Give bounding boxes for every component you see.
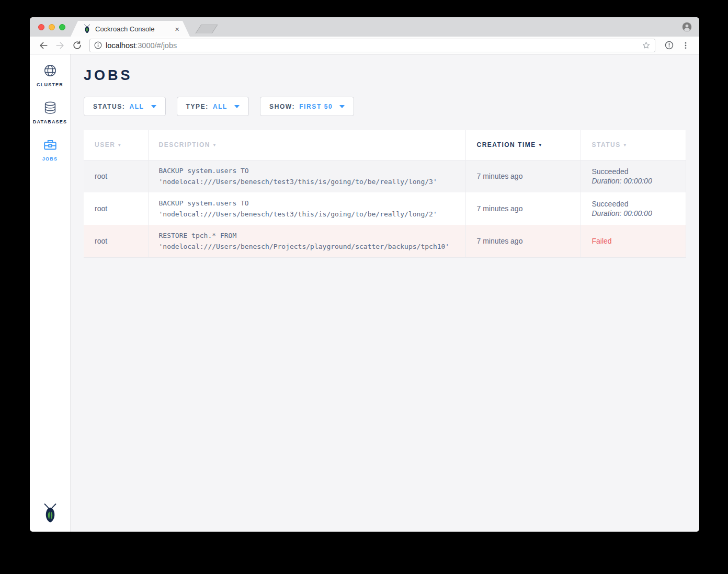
- sort-arrow-icon: ▾: [213, 143, 217, 147]
- briefcase-icon: [42, 137, 58, 153]
- status-cell: SucceededDuration: 00:00:00: [581, 192, 686, 225]
- table-row: root RESTORE tpch.* FROM'nodelocal:///Us…: [84, 225, 686, 257]
- filter-label: TYPE:: [186, 103, 209, 110]
- browser-tab[interactable]: Cockroach Console ×: [71, 21, 190, 37]
- url-path: :3000/#/jobs: [135, 41, 177, 50]
- description-cell: BACKUP system.users TO'nodelocal:///User…: [148, 192, 465, 225]
- filter-value: ALL: [129, 103, 144, 110]
- status-text: Succeeded: [592, 167, 629, 176]
- filters-row: STATUS: ALL TYPE: ALL SHOW: FIRST 50: [84, 97, 686, 116]
- status-text: Succeeded: [592, 200, 629, 208]
- page-info-icon[interactable]: [94, 41, 102, 49]
- tab-strip: Cockroach Console ×: [30, 17, 699, 37]
- sidebar-item-label: DATABASES: [33, 119, 67, 124]
- duration-text: Duration: 00:00:00: [592, 209, 686, 217]
- sort-arrow-icon: ▾: [539, 143, 542, 147]
- reload-button[interactable]: [70, 38, 84, 53]
- show-filter-dropdown[interactable]: SHOW: FIRST 50: [260, 97, 354, 116]
- cockroach-console: CLUSTER DATABASES: [30, 54, 699, 532]
- table-row: root BACKUP system.users TO'nodelocal://…: [84, 192, 686, 225]
- description-cell: BACKUP system.users TO'nodelocal:///User…: [148, 160, 465, 192]
- traffic-lights: [38, 24, 65, 30]
- database-icon: [42, 100, 58, 116]
- column-header-user[interactable]: USER▾: [84, 130, 148, 160]
- column-header-description[interactable]: DESCRIPTION▾: [148, 130, 465, 160]
- creation-time-cell: 7 minutes ago: [465, 225, 581, 257]
- status-text: Failed: [592, 237, 612, 245]
- url-text[interactable]: localhost:3000/#/jobs: [106, 41, 638, 50]
- sidebar-item-label: JOBS: [42, 156, 58, 162]
- filter-label: SHOW:: [269, 103, 295, 110]
- cockroach-logo-icon: [30, 503, 70, 523]
- close-window-button[interactable]: [38, 24, 44, 30]
- forward-button[interactable]: [53, 38, 67, 53]
- bookmark-star-icon[interactable]: [642, 41, 651, 50]
- filter-value: ALL: [213, 103, 228, 110]
- user-cell: root: [84, 160, 148, 192]
- status-cell: Failed: [581, 225, 686, 257]
- creation-time-cell: 7 minutes ago: [465, 160, 581, 192]
- tab-title: Cockroach Console: [95, 25, 175, 33]
- jobs-table: USER▾ DESCRIPTION▾ CREATION TIME▾ STATUS…: [84, 130, 686, 258]
- zoom-window-button[interactable]: [59, 24, 65, 30]
- globe-icon: [42, 63, 58, 78]
- address-bar[interactable]: localhost:3000/#/jobs: [89, 39, 655, 52]
- tab-close-icon[interactable]: ×: [175, 25, 179, 33]
- jobs-page: JOBS STATUS: ALL TYPE: ALL SHOW: FIRST 5…: [71, 54, 699, 532]
- minimize-window-button[interactable]: [49, 24, 55, 30]
- filter-value: FIRST 50: [299, 103, 333, 110]
- chevron-down-icon: [151, 105, 156, 108]
- user-cell: root: [84, 225, 148, 257]
- cockroach-favicon-icon: [83, 24, 91, 33]
- back-button[interactable]: [36, 38, 51, 53]
- sidebar-item-databases[interactable]: DATABASES: [30, 100, 70, 124]
- chevron-down-icon: [234, 105, 240, 108]
- sidebar: CLUSTER DATABASES: [30, 54, 71, 532]
- browser-profile-avatar[interactable]: [682, 22, 692, 32]
- sidebar-item-jobs[interactable]: JOBS: [30, 137, 70, 162]
- url-host: localhost: [106, 41, 135, 50]
- table-row: root BACKUP system.users TO'nodelocal://…: [84, 160, 686, 192]
- user-cell: root: [84, 192, 148, 225]
- sort-arrow-icon: ▾: [624, 143, 627, 147]
- status-cell: SucceededDuration: 00:00:00: [581, 160, 686, 192]
- status-filter-dropdown[interactable]: STATUS: ALL: [84, 97, 166, 116]
- creation-time-cell: 7 minutes ago: [465, 192, 581, 225]
- browser-toolbar: localhost:3000/#/jobs: [30, 37, 699, 54]
- filter-label: STATUS:: [93, 103, 125, 110]
- new-tab-button[interactable]: [195, 25, 218, 33]
- browser-menu-icon[interactable]: [678, 38, 693, 53]
- type-filter-dropdown[interactable]: TYPE: ALL: [177, 97, 249, 116]
- column-header-status[interactable]: STATUS▾: [581, 130, 686, 160]
- sort-arrow-icon: ▾: [118, 143, 121, 147]
- column-header-creation-time[interactable]: CREATION TIME▾: [465, 130, 581, 160]
- chevron-down-icon: [339, 105, 345, 108]
- sidebar-item-label: CLUSTER: [37, 82, 63, 87]
- sidebar-item-cluster[interactable]: CLUSTER: [30, 63, 70, 87]
- extension-icon[interactable]: [662, 38, 676, 53]
- browser-window: Cockroach Console ×: [30, 17, 699, 532]
- duration-text: Duration: 00:00:00: [592, 177, 686, 185]
- page-title: JOBS: [84, 67, 686, 84]
- description-cell: RESTORE tpch.* FROM'nodelocal:///Users/b…: [148, 225, 465, 257]
